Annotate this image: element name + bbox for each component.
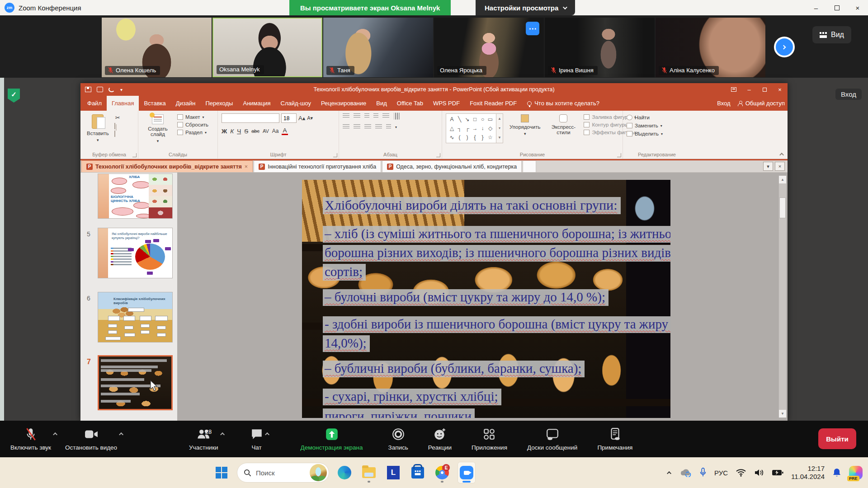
whiteboards-button[interactable]: Доски сообщений	[521, 427, 583, 451]
slide-thumbnail-4[interactable]: ХЛІБА БІОЛОГІЧНА ЦІННІСТЬ ХЛІБА	[98, 174, 173, 219]
vertical-scrollbar[interactable]: ▲ ▼	[778, 175, 787, 418]
tile-more-button[interactable]: ⋯	[526, 22, 539, 35]
tray-clock[interactable]: 12:17 11.04.2024	[791, 465, 825, 481]
grow-font-button[interactable]: A▴	[298, 115, 305, 122]
text-direction-icon[interactable]	[394, 113, 400, 120]
tab-file[interactable]: Файл	[82, 96, 107, 111]
align-left-icon[interactable]	[343, 124, 349, 130]
change-case-button[interactable]: Aa	[272, 128, 279, 134]
save-icon[interactable]	[85, 87, 91, 92]
section-button[interactable]: Раздел▾	[177, 130, 208, 135]
doc-tabs-dropdown-button[interactable]: ▾	[763, 162, 773, 171]
minimize-button[interactable]: –	[806, 0, 826, 15]
tab-review[interactable]: Рецензирование	[316, 96, 371, 111]
taskbar-search[interactable]: Поиск	[237, 463, 329, 483]
share-button[interactable]: Общий доступ	[738, 100, 785, 107]
antivirus-shield-icon[interactable]: ✓	[8, 89, 20, 103]
find-button[interactable]: Найти	[627, 115, 687, 120]
arrange-button[interactable]: Упорядочить ▾	[507, 113, 543, 137]
underline-button[interactable]: Ч	[237, 128, 241, 135]
shapes-gallery[interactable]: A╲↘□○▭ △┐┌→↓◇ ∿(){}☆	[446, 113, 496, 143]
doc-tab-active[interactable]: P Технології хлібобулочних виробів_відкр…	[81, 160, 253, 172]
search-highlight-image[interactable]	[310, 464, 327, 481]
close-tab-icon[interactable]: ×	[245, 164, 248, 170]
taskbar-chrome-icon[interactable]: E	[433, 462, 451, 483]
tab-slideshow[interactable]: Слайд-шоу	[276, 96, 316, 111]
scroll-down-icon[interactable]: ▼	[779, 410, 786, 418]
tab-insert[interactable]: Вставка	[139, 96, 170, 111]
dialog-launcher-icon[interactable]	[333, 153, 337, 157]
shapes-gallery-steppers[interactable]: ▲▾▼	[496, 113, 503, 143]
ribbon-display-options-button[interactable]	[726, 83, 741, 96]
tell-me-box[interactable]: Что вы хотите сделать?	[522, 96, 605, 111]
font-size-input[interactable]	[281, 113, 297, 123]
decrease-indent-icon[interactable]	[364, 113, 369, 119]
language-indicator[interactable]: РУС	[714, 469, 728, 477]
doc-tab[interactable]: P Інноваційні технології приготування хл…	[254, 160, 381, 172]
clear-formatting-button[interactable]: abc	[251, 128, 259, 134]
next-videos-button[interactable]	[774, 37, 795, 57]
tab-transitions[interactable]: Переходы	[200, 96, 238, 111]
customize-qat-icon[interactable]: ▾	[120, 87, 123, 92]
layout-button[interactable]: Макет▾	[177, 114, 208, 120]
taskbar-l-app-icon[interactable]: L	[384, 462, 402, 483]
tab-home[interactable]: Главная	[107, 96, 139, 111]
participant-tile[interactable]: Олена Кошель	[102, 18, 212, 77]
columns-icon[interactable]	[386, 124, 391, 130]
increase-indent-icon[interactable]	[373, 113, 378, 119]
shrink-font-button[interactable]: A▾	[307, 115, 313, 121]
volume-icon[interactable]	[754, 469, 764, 477]
participant-tile[interactable]: Таня	[323, 18, 433, 77]
italic-button[interactable]: К	[230, 128, 234, 135]
restore-button[interactable]	[826, 0, 847, 15]
tray-overflow-chevron[interactable]	[667, 471, 671, 475]
ppt-close-button[interactable]: ×	[772, 83, 788, 96]
view-settings-button[interactable]: Настройки просмотра	[476, 0, 575, 15]
reactions-button[interactable]: Реакции	[422, 427, 458, 451]
cut-button[interactable]: ✂	[114, 114, 121, 121]
notes-button[interactable]: Примечания	[591, 427, 638, 451]
numbering-icon[interactable]	[354, 113, 360, 119]
font-color-button[interactable]: А	[282, 127, 288, 135]
new-doc-tab-stub[interactable]	[523, 160, 536, 172]
slide-canvas[interactable]: Хлібобулочні вироби ділять на такі основ…	[302, 180, 670, 418]
tab-view[interactable]: Вид	[371, 96, 392, 111]
unmute-button[interactable]: Включить звук	[5, 427, 57, 451]
slideshow-preview-icon[interactable]	[97, 87, 103, 92]
slide-thumbnail-6[interactable]: Класифікація хлібобулочних виробів	[98, 292, 173, 343]
character-spacing-button[interactable]: AV	[263, 128, 269, 134]
align-right-icon[interactable]	[364, 124, 371, 130]
tab-design[interactable]: Дизайн	[171, 96, 201, 111]
line-spacing-icon[interactable]	[382, 113, 389, 119]
apps-button[interactable]: Приложения	[466, 427, 513, 451]
participant-tile[interactable]: ⋯ Олена Яроцька	[434, 18, 544, 77]
scrollbar-thumb[interactable]	[779, 197, 786, 218]
replace-button[interactable]: Заменить▾	[627, 123, 687, 128]
bold-button[interactable]: Ж	[222, 128, 227, 135]
slide-thumbnail-5[interactable]: Які хлібобулочні вироби найбільше купуют…	[98, 228, 173, 278]
taskbar-zoom-icon[interactable]	[458, 462, 476, 483]
copy-button[interactable]	[114, 123, 121, 129]
align-center-icon[interactable]	[354, 124, 360, 130]
bullets-icon[interactable]	[343, 113, 349, 119]
ppt-restore-button[interactable]	[757, 83, 772, 96]
record-button[interactable]: Запись	[382, 427, 414, 451]
quick-styles-button[interactable]: Экспресс-стили	[547, 113, 580, 136]
doc-tabs-close-button[interactable]: ×	[775, 162, 785, 171]
start-button[interactable]	[212, 462, 231, 483]
scroll-up-icon[interactable]: ▲	[779, 176, 786, 183]
participant-tile[interactable]: Ірина Вишня	[545, 18, 655, 77]
taskbar-store-icon[interactable]	[409, 462, 427, 483]
dialog-launcher-icon[interactable]	[617, 153, 621, 157]
paste-button[interactable]: Вставить ▾	[84, 113, 112, 143]
battery-icon[interactable]	[772, 469, 783, 476]
notification-bell-icon[interactable]	[832, 468, 841, 478]
participant-tile[interactable]: Аліна Калусенко	[656, 18, 765, 77]
select-button[interactable]: Выделить▾	[627, 131, 687, 136]
doc-tab[interactable]: P Одеса, зерно, функціональні хліб, конд…	[382, 160, 522, 172]
leave-button[interactable]: Выйти	[818, 428, 856, 449]
copilot-icon[interactable]: PRE	[849, 466, 863, 479]
dialog-launcher-icon[interactable]	[132, 153, 137, 157]
close-button[interactable]: ×	[847, 0, 868, 15]
slide-thumbnail-7-selected[interactable]	[98, 355, 173, 410]
